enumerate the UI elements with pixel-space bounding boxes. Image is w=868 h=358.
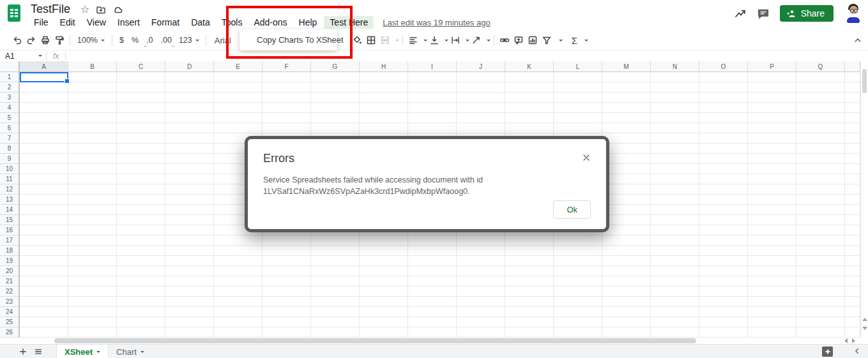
- cell-D19[interactable]: [165, 256, 214, 266]
- cell-K2[interactable]: [505, 82, 554, 93]
- row-header-8[interactable]: 8: [0, 144, 20, 154]
- cell-C23[interactable]: [117, 297, 165, 307]
- cell-C8[interactable]: [117, 144, 165, 154]
- row-header-1[interactable]: 1: [0, 72, 20, 82]
- cell-E4[interactable]: [214, 103, 263, 113]
- row-header-10[interactable]: 10: [0, 164, 20, 174]
- cell-C21[interactable]: [117, 276, 165, 287]
- cell-Q13[interactable]: [796, 195, 845, 205]
- cell-Q12[interactable]: [796, 184, 845, 195]
- cell-P2[interactable]: [748, 82, 796, 93]
- cell-K23[interactable]: [505, 297, 554, 307]
- cell-C13[interactable]: [117, 195, 165, 205]
- cell-F3[interactable]: [263, 93, 311, 103]
- cell-K6[interactable]: [505, 123, 554, 133]
- row-header-24[interactable]: 24: [0, 307, 20, 317]
- cell-M10[interactable]: [602, 164, 651, 174]
- cell-L25[interactable]: [554, 317, 602, 327]
- cell-D26[interactable]: [165, 327, 214, 338]
- cell-partial-19[interactable]: [845, 256, 860, 266]
- print-icon[interactable]: [38, 33, 52, 48]
- cell-Q6[interactable]: [796, 123, 845, 133]
- cell-K26[interactable]: [505, 327, 554, 338]
- cell-Q17[interactable]: [796, 235, 845, 246]
- redo-icon[interactable]: [24, 33, 38, 48]
- undo-icon[interactable]: [10, 33, 24, 48]
- cell-partial-5[interactable]: [845, 113, 860, 123]
- cell-B7[interactable]: [68, 133, 117, 144]
- cell-F20[interactable]: [263, 266, 311, 276]
- cell-P17[interactable]: [748, 235, 796, 246]
- cell-B4[interactable]: [68, 103, 117, 113]
- cell-M26[interactable]: [602, 327, 651, 338]
- last-edit-link[interactable]: Last edit was 19 minutes ago: [383, 18, 490, 27]
- cell-K25[interactable]: [505, 317, 554, 327]
- cell-B6[interactable]: [68, 123, 117, 133]
- cell-N16[interactable]: [651, 225, 699, 235]
- cell-N4[interactable]: [651, 103, 699, 113]
- cell-L17[interactable]: [554, 235, 602, 246]
- cell-D25[interactable]: [165, 317, 214, 327]
- cell-N17[interactable]: [651, 235, 699, 246]
- cell-I5[interactable]: [408, 113, 457, 123]
- cell-D10[interactable]: [165, 164, 214, 174]
- menu-item-help[interactable]: Help: [293, 16, 323, 29]
- cell-C19[interactable]: [117, 256, 165, 266]
- cell-F26[interactable]: [263, 327, 311, 338]
- cell-D11[interactable]: [165, 174, 214, 184]
- cell-D22[interactable]: [165, 287, 214, 297]
- increase-decimal-button[interactable]: .00→: [157, 33, 176, 48]
- cell-A5[interactable]: [20, 113, 68, 123]
- borders-icon[interactable]: [364, 33, 378, 48]
- menu-item-file[interactable]: File: [28, 16, 54, 29]
- cell-B5[interactable]: [68, 113, 117, 123]
- cell-J20[interactable]: [457, 266, 505, 276]
- row-header-7[interactable]: 7: [0, 133, 20, 144]
- cell-Q7[interactable]: [796, 133, 845, 144]
- cell-A4[interactable]: [20, 103, 68, 113]
- cell-L6[interactable]: [554, 123, 602, 133]
- cell-Q11[interactable]: [796, 174, 845, 184]
- scroll-left-arrow[interactable]: [844, 338, 848, 343]
- cell-P8[interactable]: [748, 144, 796, 154]
- cell-O15[interactable]: [699, 215, 748, 225]
- cell-H2[interactable]: [360, 82, 408, 93]
- filter-views-caret[interactable]: [559, 40, 563, 41]
- cell-N8[interactable]: [651, 144, 699, 154]
- cell-G3[interactable]: [311, 93, 360, 103]
- menu-item-format[interactable]: Format: [146, 16, 185, 29]
- cell-M8[interactable]: [602, 144, 651, 154]
- cell-E26[interactable]: [214, 327, 263, 338]
- cell-Q2[interactable]: [796, 82, 845, 93]
- cell-K19[interactable]: [505, 256, 554, 266]
- horizontal-align-icon[interactable]: [406, 33, 420, 48]
- cell-L18[interactable]: [554, 246, 602, 256]
- cell-H23[interactable]: [360, 297, 408, 307]
- cell-H18[interactable]: [360, 246, 408, 256]
- row-header-12[interactable]: 12: [0, 184, 20, 195]
- column-header-K[interactable]: K: [505, 61, 554, 72]
- column-header-F[interactable]: F: [263, 61, 311, 72]
- cell-A12[interactable]: [20, 184, 68, 195]
- cell-D9[interactable]: [165, 154, 214, 164]
- row-header-25[interactable]: 25: [0, 317, 20, 327]
- cell-D16[interactable]: [165, 225, 214, 235]
- menu-item-view[interactable]: View: [81, 16, 112, 29]
- row-header-11[interactable]: 11: [0, 174, 20, 184]
- cell-H4[interactable]: [360, 103, 408, 113]
- cell-O12[interactable]: [699, 184, 748, 195]
- cell-I26[interactable]: [408, 327, 457, 338]
- cell-O13[interactable]: [699, 195, 748, 205]
- cell-Q9[interactable]: [796, 154, 845, 164]
- cell-J6[interactable]: [457, 123, 505, 133]
- cell-I23[interactable]: [408, 297, 457, 307]
- cell-F6[interactable]: [263, 123, 311, 133]
- cell-O5[interactable]: [699, 113, 748, 123]
- cell-E1[interactable]: [214, 72, 263, 82]
- cell-O2[interactable]: [699, 82, 748, 93]
- cell-O10[interactable]: [699, 164, 748, 174]
- cell-D1[interactable]: [165, 72, 214, 82]
- row-header-13[interactable]: 13: [0, 195, 20, 205]
- cell-G21[interactable]: [311, 276, 360, 287]
- row-header-16[interactable]: 16: [0, 225, 20, 235]
